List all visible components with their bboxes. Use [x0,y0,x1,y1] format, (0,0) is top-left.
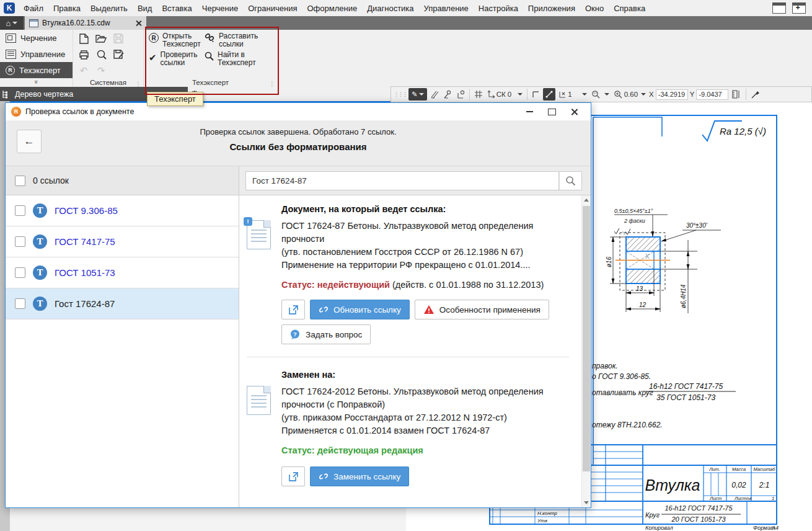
y-coordinate-input[interactable]: -9.0437 [696,89,728,100]
link-label[interactable]: ГОСТ 7417-75 [55,236,115,247]
home-icon: ⌂ [6,19,11,28]
select-all-checkbox[interactable] [15,176,25,186]
app-logo-icon[interactable]: K [4,2,15,14]
list-item-gost-17624-selected[interactable]: T Гост 17624-87 [6,288,239,319]
sidebar-item-drafting[interactable]: Черчение [0,30,73,46]
link-label[interactable]: ГОСТ 1051-73 [55,267,115,278]
list-item-gost-1051[interactable]: T ГОСТ 1051-73 [6,257,239,288]
pen-style-button[interactable]: ✎ [408,88,427,100]
toolbar-grip[interactable]: ⋮⋮⋮ [394,91,407,97]
open-techexpert-command[interactable]: R Открыть Техэксперт [149,32,206,48]
menu-window[interactable]: Окно [580,2,609,15]
menu-view[interactable]: Вид [133,2,157,15]
links-list: 0 ссылок T ГОСТ 9.306-85 T ГОСТ 7417-75 … [6,166,239,507]
menu-edit[interactable]: Правка [48,2,86,15]
scroll-down-icon[interactable] [582,498,591,507]
bushing-view[interactable]: X Y [614,228,670,290]
snap-angle-icon[interactable] [442,88,453,100]
save-icon[interactable] [112,32,125,45]
maximize-icon [548,109,556,115]
link-label[interactable]: ГОСТ 9.306-85 [55,205,118,216]
document-tab[interactable]: Втулка16.02.15.cdw [25,16,146,30]
svg-text:А4: А4 [771,525,779,531]
menu-drafting[interactable]: Черчение [197,2,244,15]
menu-applications[interactable]: Приложения [523,2,580,15]
back-arrow-icon: ← [24,135,35,148]
menu-file[interactable]: Файл [19,2,48,15]
panel-layout-icon[interactable] [772,2,786,14]
grid-icon[interactable] [473,88,484,100]
print-icon[interactable] [77,48,90,61]
x-coordinate-input[interactable]: -34.2919 [656,89,688,100]
search-input[interactable] [245,171,559,190]
menu-constraints[interactable]: Ограничения [243,2,302,15]
save-as-icon[interactable] [112,48,125,61]
svg-text:Масштаб: Масштаб [753,466,775,472]
new-document-icon[interactable] [77,32,90,45]
update-link-button[interactable]: Обновить ссылку [310,300,410,319]
sidebar-item-techexpert[interactable]: R Техэксперт [0,62,73,78]
magnifier-mode-select[interactable] [590,88,611,100]
menu-insert[interactable]: Вставка [157,2,196,15]
item-checkbox[interactable] [15,267,25,278]
maximize-button[interactable] [541,104,563,119]
link-icon [319,305,329,314]
snap-point-icon[interactable] [455,88,466,100]
y-coordinate-label: Y [690,91,695,98]
replace-link-button[interactable]: Заменить ссылку [310,466,409,486]
check-links-command[interactable]: ✔ Проверить ссылки [149,51,206,67]
ruler-icon[interactable] [730,88,743,100]
place-links-command[interactable]: Расставить ссылки [205,32,262,48]
tree-panel-tab[interactable] [0,87,10,101]
item-checkbox[interactable] [15,298,25,309]
rounding-toggle-button[interactable] [543,88,555,100]
back-button[interactable]: ← [17,130,42,153]
panel-grip[interactable]: ⋮ [269,83,275,86]
sidebar-collapse-button[interactable]: » [0,78,73,86]
ortho-icon[interactable] [531,88,541,100]
close-button[interactable] [563,104,585,119]
link-label[interactable]: Гост 17624-87 [55,298,115,309]
menu-settings[interactable]: Настройка [474,2,523,15]
list-item-gost-7417[interactable]: T ГОСТ 7417-75 [6,226,239,257]
undo-icon[interactable]: ↶ [77,64,90,78]
menu-select[interactable]: Выделить [86,2,133,15]
snap-step-select[interactable]: 1 [557,88,588,100]
roughness-mark[interactable]: Ra 12,5 (√) [702,121,766,141]
minimize-button[interactable] [518,104,541,119]
pen-icon: ✎ [412,90,418,99]
techexpert-logo-icon: R [11,107,21,117]
item-checkbox[interactable] [15,236,25,247]
item-checkbox[interactable] [15,205,25,216]
tab-close-icon[interactable] [135,20,142,27]
status-line: Статус: действующая редакция [281,445,569,455]
zoom-scale-select[interactable]: 0.60 [612,88,647,100]
preview-icon[interactable] [94,48,108,61]
menu-diagnostics[interactable]: Диагностика [362,2,418,15]
find-in-techexpert-command[interactable]: Найти в Техэксперт [205,51,262,67]
parallel-constraint-icon[interactable] [429,88,440,100]
ask-question-button[interactable]: ? Задать вопрос [281,324,371,344]
menu-management[interactable]: Управление [419,2,474,15]
list-item-gost-9306[interactable]: T ГОСТ 9.306-85 [6,195,239,226]
menu-help[interactable]: Справка [609,2,650,15]
menu-styling[interactable]: Оформление [302,2,363,15]
panel-grip[interactable]: ⋮ [135,83,141,86]
scroll-up-icon[interactable] [582,195,591,205]
redo-icon[interactable]: ↷ [94,64,108,78]
coordinate-system-select[interactable]: СК 0 [486,88,524,100]
search-button[interactable] [559,171,582,190]
home-button[interactable]: ⌂ [0,16,24,30]
open-external-button[interactable] [281,300,305,319]
links-list-header[interactable]: 0 ссылок [6,166,239,195]
dialog-title-bar[interactable]: R Проверка ссылок в документе [6,103,591,121]
screen-settings-icon[interactable]: ✚ [792,2,806,14]
sidebar-item-management[interactable]: Управление [0,46,73,62]
application-features-button[interactable]: Особенности применения [415,300,549,319]
open-external-button[interactable] [281,466,305,486]
scrollbar-thumb[interactable] [583,206,590,471]
content-scrollbar[interactable] [581,195,591,507]
open-document-icon[interactable] [94,32,108,45]
axis-x-label: X [645,253,650,260]
eyedropper-icon[interactable] [749,88,761,100]
